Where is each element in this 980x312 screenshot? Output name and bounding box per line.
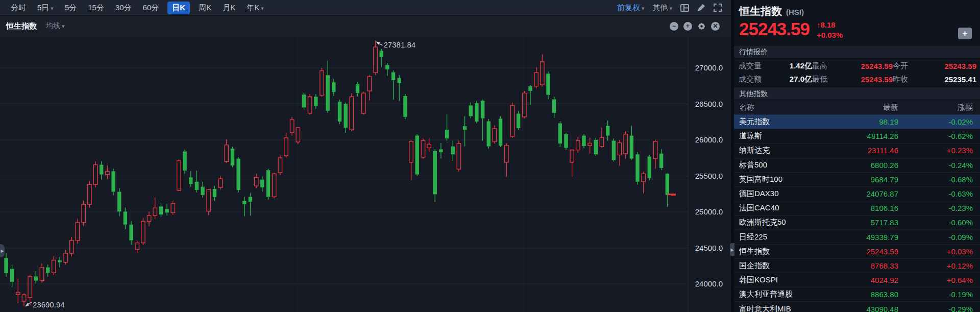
quote-value: 25235.41	[925, 75, 976, 84]
index-row-name: 德国DAX30	[739, 189, 827, 199]
period-tab-5日[interactable]: 5日▾	[37, 3, 54, 13]
index-row-change: -0.19%	[898, 290, 973, 299]
period-tab-30分[interactable]: 30分	[115, 3, 132, 13]
quote-label: 今开	[893, 61, 925, 71]
index-row-change: +0.12%	[898, 261, 973, 270]
quote-label: 昨收	[893, 75, 925, 84]
change-value: 8.18	[820, 20, 835, 29]
quote-label: 成交量	[739, 61, 788, 71]
index-row-change: -0.09%	[898, 233, 973, 242]
table-row-美元指数[interactable]: 美元指数98.19-0.02%	[734, 115, 980, 129]
other-dropdown[interactable]: 其他▾	[652, 3, 672, 13]
minus-circle-icon[interactable]: −	[670, 22, 678, 31]
ma-dropdown[interactable]: 均线▾	[46, 21, 65, 31]
grid-layout-icon[interactable]	[680, 4, 689, 12]
table-row-富时意大利MIB[interactable]: 富时意大利MIB43090.48-0.29%	[734, 302, 980, 312]
index-row-name: 澳大利亚普通股	[739, 290, 827, 299]
y-axis-label: 25500.0	[695, 172, 723, 180]
col-name: 名称	[739, 103, 827, 112]
index-ticker: (HSI)	[786, 8, 804, 16]
table-row-纳斯达克[interactable]: 纳斯达克23111.46+0.23%	[734, 143, 980, 158]
table-row-澳大利亚普通股[interactable]: 澳大利亚普通股8863.80-0.19%	[734, 287, 980, 302]
index-row-value: 9684.79	[827, 175, 898, 184]
table-row-国企指数[interactable]: 国企指数8768.33+0.12%	[734, 259, 980, 273]
high-annotation: 27381.84	[384, 40, 416, 49]
quote-label: 成交额	[739, 75, 788, 84]
index-row-change: -0.68%	[898, 175, 973, 184]
index-row-change: +0.23%	[898, 146, 973, 155]
period-tab-年K[interactable]: 年K▾	[247, 3, 264, 13]
index-row-value: 48114.26	[827, 132, 898, 140]
index-row-name: 纳斯达克	[739, 146, 827, 155]
index-name: 恒生指数	[739, 4, 782, 18]
period-tab-分时[interactable]: 分时	[11, 3, 26, 13]
col-change: 涨幅	[898, 103, 973, 112]
table-row-恒生指数[interactable]: 恒生指数25243.59+0.03%	[734, 245, 980, 259]
candlestick-chart[interactable]: 27000.026500.026000.025500.025000.024500…	[0, 36, 731, 312]
period-tab-日K[interactable]: 日K	[167, 2, 190, 14]
table-row-法国CAC40[interactable]: 法国CAC408106.16-0.23%	[734, 201, 980, 215]
add-to-watchlist-button[interactable]: +	[958, 28, 972, 39]
y-axis-label: 24500.0	[695, 244, 723, 252]
section-other-indices-header: 其他指数	[734, 87, 980, 100]
index-row-name: 道琼斯	[739, 131, 827, 141]
table-row-标普500[interactable]: 标普5006800.26-0.24%	[734, 158, 980, 173]
toolbar-right-cluster: 前复权▾ 其他▾	[617, 3, 726, 13]
change-percent: +0.03%	[817, 31, 843, 39]
table-row-欧洲斯托克50[interactable]: 欧洲斯托克505717.83-0.60%	[734, 215, 980, 230]
table-row-德国DAX30[interactable]: 德国DAX3024076.87-0.63%	[734, 187, 980, 201]
index-row-name: 法国CAC40	[739, 203, 827, 213]
period-tab-60分[interactable]: 60分	[143, 3, 159, 13]
gear-icon[interactable]	[697, 22, 706, 31]
quote-grid: 成交量1.42亿最高25243.59今开25243.59成交额27.0亿最低25…	[734, 58, 980, 87]
period-toolbar: 分时5日▾5分15分30分60分日K周K月K年K▾ 前复权▾ 其他▾	[0, 0, 731, 16]
table-row-英国富时100[interactable]: 英国富时1009684.79-0.68%	[734, 173, 980, 187]
left-collapse-handle[interactable]: ▶	[0, 244, 5, 257]
y-axis-label: 26500.0	[695, 100, 723, 108]
index-row-change: -0.23%	[898, 204, 973, 212]
index-row-value: 5717.83	[827, 218, 898, 227]
quote-value: 25243.59	[845, 62, 893, 70]
chart-header: 恒生指数 均线▾ − + ✕	[0, 16, 731, 36]
period-tab-5分[interactable]: 5分	[65, 3, 77, 13]
adjust-mode-dropdown[interactable]: 前复权▾	[617, 3, 645, 13]
panel-collapse-handle[interactable]: ▶	[730, 243, 734, 256]
index-row-name: 美元指数	[739, 117, 827, 127]
period-tab-月K[interactable]: 月K	[223, 3, 235, 13]
index-row-name: 恒生指数	[739, 247, 827, 256]
index-row-value: 6800.26	[827, 161, 898, 170]
index-row-value: 49339.79	[827, 233, 898, 242]
index-row-value: 24076.87	[827, 189, 898, 198]
table-row-道琼斯[interactable]: 道琼斯48114.26-0.62%	[734, 129, 980, 143]
plus-circle-icon[interactable]: +	[683, 22, 692, 31]
index-row-value: 8863.80	[827, 290, 898, 299]
quote-head: 恒生指数 (HSI) 25243.59 ↑8.18 +0.03% +	[734, 0, 980, 45]
y-axis-label: 24000.0	[695, 279, 723, 288]
quote-row: 成交量1.42亿最高25243.59今开25243.59	[739, 59, 975, 73]
chart-window-controls: − + ✕	[670, 22, 725, 31]
index-row-name: 富时意大利MIB	[739, 304, 827, 312]
quote-value: 1.42亿	[788, 61, 812, 71]
adjust-mode-label: 前复权	[617, 3, 640, 12]
period-tab-周K[interactable]: 周K	[199, 3, 211, 13]
index-row-value: 43090.48	[827, 305, 898, 312]
last-price: 25243.59	[739, 20, 810, 39]
index-row-change: -0.60%	[898, 218, 973, 227]
index-row-name: 国企指数	[739, 261, 827, 271]
change-stack: ↑8.18 +0.03%	[817, 20, 843, 39]
table-row-日经225[interactable]: 日经22549339.79-0.09%	[734, 230, 980, 245]
close-circle-icon[interactable]: ✕	[711, 22, 720, 31]
quote-value: 25243.59	[845, 75, 893, 84]
expand-icon[interactable]	[714, 4, 722, 12]
y-axis-label: 27000.0	[695, 63, 723, 72]
period-tab-15分[interactable]: 15分	[88, 3, 104, 13]
brush-icon[interactable]	[697, 4, 705, 12]
y-axis-label: 26000.0	[695, 135, 723, 144]
chevron-down-icon: ▾	[669, 5, 672, 11]
index-row-change: -0.02%	[898, 117, 973, 126]
chart-module: 分时5日▾5分15分30分60分日K周K月K年K▾ 前复权▾ 其他▾ 恒生指数	[0, 0, 731, 312]
other-label: 其他	[652, 3, 668, 12]
table-row-韩国KOSPI[interactable]: 韩国KOSPI4024.92+0.64%	[734, 273, 980, 287]
index-row-name: 欧洲斯托克50	[739, 218, 827, 227]
index-row-change: -0.62%	[898, 132, 973, 140]
